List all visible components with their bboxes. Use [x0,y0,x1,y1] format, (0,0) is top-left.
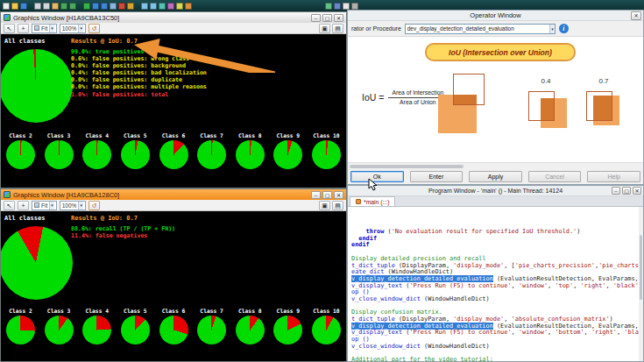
chevron-down-icon: ▾ [49,25,54,32]
window-settings-icon[interactable]: ▤ [332,201,343,210]
close-icon[interactable]: ✕ [633,187,641,195]
class-pie-chart [121,316,150,344]
reset-view-icon[interactable]: ↺ [88,24,100,33]
step-out-icon[interactable] [110,3,117,10]
open-graphics-window-icon[interactable] [325,3,332,10]
pointer-tool-icon[interactable]: ↖ [4,201,15,210]
iou-example-label: 0.4 [527,77,565,85]
vertical-scrollbar[interactable] [639,207,643,361]
redo-icon[interactable] [69,3,76,10]
save-program-icon[interactable] [20,3,27,10]
operator-window-titlebar[interactable]: Operator Window ✕ [348,11,643,21]
class-label: Class 3 [47,132,71,138]
all-classes-pie-chart [1,226,73,300]
class-pie-chart [45,316,74,344]
zoom-select[interactable]: 100% ▾ [60,24,86,33]
code-token: 'window' [519,329,548,336]
minimize-icon[interactable]: – [612,187,620,195]
fit-icon [34,202,39,208]
maximize-icon[interactable]: ▢ [622,187,631,195]
code-editor[interactable]: throw ('No evaluation result for specifi… [348,207,643,361]
class-pie-chart [82,316,111,344]
scrollbar-thumb[interactable] [640,235,642,300]
maximize-icon[interactable]: ▢ [322,191,332,199]
maximize-icon[interactable]: ▢ [322,14,332,22]
close-icon[interactable]: ✕ [631,11,641,20]
code-line[interactable]: throw ('No evaluation result for specifi… [351,229,643,236]
run-icon[interactable] [83,3,90,10]
pointer-tool-icon[interactable]: ↖ [4,24,15,33]
minimize-icon[interactable]: – [311,14,321,22]
info-icon[interactable]: i [559,24,569,33]
all-classes-label: All classes [4,215,45,222]
step-into-icon[interactable] [101,3,108,10]
cancel-button[interactable]: Cancel [528,171,582,182]
scrollbar-thumb[interactable] [350,165,464,168]
code-line[interactable]: v_close_window_dict (WindowHandleDict) [351,344,643,351]
close-icon[interactable]: ✕ [334,191,343,199]
snapshot-icon[interactable]: ▣ [319,24,330,33]
class-pie-chart [312,316,341,344]
step-over-icon[interactable] [92,3,99,10]
tile-windows-icon[interactable] [334,3,341,10]
help-button[interactable]: Help [587,171,640,182]
code-token: , [ [504,262,514,269]
help-icon[interactable] [343,3,350,10]
measure-assistant-icon[interactable] [176,3,183,10]
code-line[interactable]: endif [351,242,643,249]
code-line[interactable]: v_display_text ('Press Run (F5) to conti… [351,330,643,337]
class-label: Class 6 [162,308,186,314]
operator-name-select[interactable]: dev_display_detection_detailed_evaluatio… [405,24,556,34]
fit-mode-select[interactable]: Fit ▾ [32,24,57,33]
image-acquisition-assistant-icon[interactable] [159,3,166,10]
ocr-assistant-icon[interactable] [185,3,192,10]
magnify-icon[interactable] [150,3,157,10]
program-window-title: Program Window - 'main' () - Main Thread… [428,188,563,194]
close-icon[interactable]: ✕ [334,14,343,22]
stop-icon[interactable] [118,3,125,10]
apply-button[interactable]: Apply [469,171,522,182]
new-program-icon[interactable] [3,3,10,10]
window-settings-icon[interactable]: ▤ [332,24,343,33]
pan-tool-icon[interactable]: + [18,201,29,210]
cut-icon[interactable] [34,3,41,10]
code-line[interactable]: v_display_text ('Press Run (F5) to conti… [351,283,643,290]
horizontal-scrollbar[interactable] [348,162,643,169]
graphics-window-icon [4,14,11,21]
code-line[interactable]: v_close_window_dict (WindowHandleDict) [351,296,643,303]
all-classes-pie-chart [1,49,73,123]
snapshot-icon[interactable]: ▣ [319,201,330,210]
reset-program-icon[interactable] [127,3,134,10]
program-window-titlebar[interactable]: Program Window - 'main' () - Main Thread… [348,186,643,196]
toolbar-right-group: ▣ ▤ [319,201,343,210]
zoom-select[interactable]: 100% ▾ [60,201,86,210]
paste-icon[interactable] [52,3,59,10]
operator-param-label: rator or Procedure [351,25,401,32]
fit-mode-select[interactable]: Fit ▾ [32,201,57,210]
reset-view-icon[interactable]: ↺ [88,201,100,210]
undo-icon[interactable] [60,3,67,10]
tab-main[interactable]: *main (:::) [350,196,395,206]
enter-button[interactable]: Enter [410,171,464,182]
code-token: ( [384,228,391,235]
matching-assistant-icon[interactable] [167,3,174,10]
code-line[interactable]: Additional part for the video tutorial: [351,357,643,361]
pan-tool-icon[interactable]: + [18,24,29,33]
open-program-icon[interactable] [11,3,18,10]
graphics-window-1-titlebar[interactable]: Graphics Window [H1A9CBA13C50] – ▢ ✕ [1,12,346,23]
code-token: 'No evaluation result for specified IoU … [392,228,577,235]
copy-icon[interactable] [43,3,50,10]
class-label: Class 7 [200,132,223,138]
operator-name-value: dev_display_detection_detailed_evaluatio… [407,25,514,32]
stat-line: 0.0%: false positives: multiple reasons [71,83,207,90]
zoom-window-icon[interactable] [141,3,148,10]
class-label: Class 9 [277,308,301,314]
graphics-window-2-titlebar[interactable]: Graphics Window [H1A9CBA128C0] – ▢ ✕ [1,189,346,200]
minimize-icon[interactable]: – [311,191,321,199]
class-pie-chart [236,316,265,344]
code-line[interactable]: endif [351,236,643,243]
ground-truth-rect [528,91,555,121]
options-icon[interactable] [351,3,358,10]
code-token: , [584,329,591,336]
tab-main-label: *main (:::) [364,199,389,205]
